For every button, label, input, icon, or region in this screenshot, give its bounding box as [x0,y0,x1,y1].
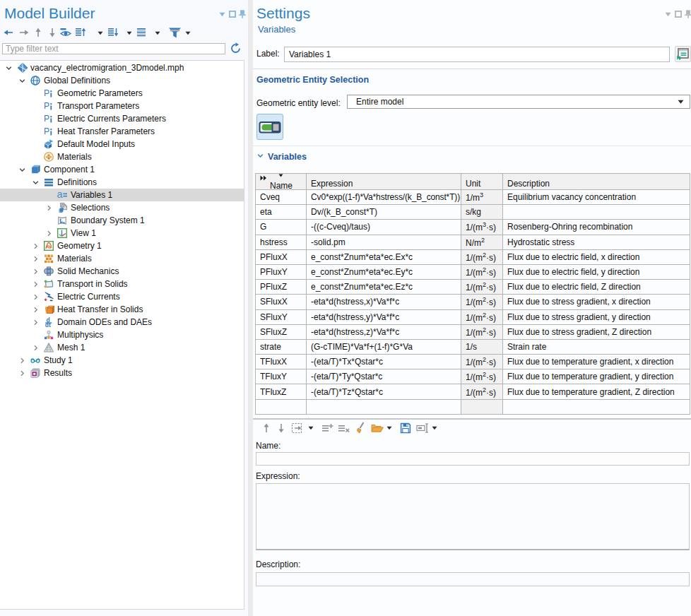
svg-text:dt: dt [45,321,51,327]
svg-text:P: P [44,101,49,111]
svg-text:P: P [44,114,49,124]
svg-text:P: P [44,126,49,136]
svg-text:a: a [57,190,64,200]
svg-text:P: P [44,88,49,98]
